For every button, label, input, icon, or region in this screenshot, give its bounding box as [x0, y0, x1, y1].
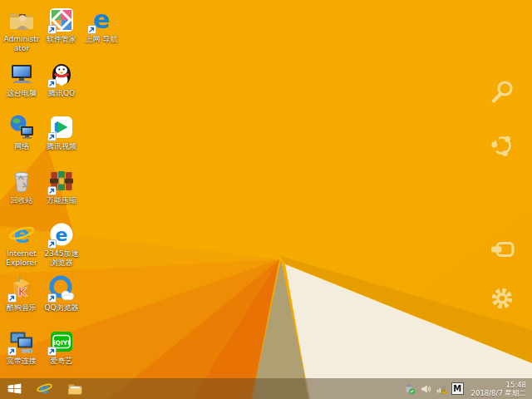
desktop-icon-tvideo[interactable]: 腾讯视频 — [42, 113, 81, 151]
windows-logo-icon — [7, 381, 22, 397]
shortcut-arrow-icon — [47, 293, 57, 303]
kugou-label: 酷狗音乐 — [7, 303, 37, 313]
shortcut-arrow-icon — [47, 25, 57, 34]
network-label: 网络 — [14, 142, 29, 151]
system-tray: M 15:48 2018/8/7 星期二 — [404, 381, 532, 397]
rar-icon — [47, 167, 76, 195]
qq-icon — [47, 60, 76, 88]
desktop: Administrator软件管家上网 导航这台电脑腾讯QQ网络腾讯视频回收站万… — [0, 0, 532, 399]
share-icon — [489, 132, 515, 159]
b2345-label: 2345加速浏览器 — [42, 249, 81, 267]
b2345-icon — [47, 220, 76, 249]
taskbar-clock[interactable]: 15:48 2018/8/7 星期二 — [468, 381, 526, 397]
desktop-icon-rar[interactable]: 万能压缩 — [42, 167, 81, 205]
ie-icon — [7, 220, 36, 249]
softmgr-icon — [47, 6, 76, 34]
admin-icon — [7, 6, 36, 34]
charm-devices[interactable] — [489, 236, 515, 263]
kugou-icon — [7, 274, 36, 303]
desktop-icon-admin[interactable]: Administrator — [2, 6, 42, 52]
shortcut-arrow-icon — [47, 79, 57, 88]
iqiyi-icon — [47, 328, 76, 356]
charm-search[interactable] — [489, 79, 515, 106]
thispc-icon — [7, 60, 36, 88]
softmgr-label: 软件管家 — [47, 35, 76, 44]
recycle-label: 回收站 — [11, 196, 33, 205]
file-explorer-icon — [66, 380, 84, 397]
taskbar-file-explorer-button[interactable] — [60, 378, 91, 399]
input-method-indicator[interactable]: M — [451, 382, 464, 395]
search-icon — [489, 79, 515, 106]
broadband-label: 宽带连接 — [7, 357, 37, 366]
desktop-icon-ie[interactable]: Internet Explorer — [2, 220, 42, 267]
volume-icon[interactable] — [420, 383, 431, 395]
clock-time: 15:48 — [471, 381, 526, 389]
qqbrowser-icon — [47, 274, 76, 303]
desktop-icon-iqiyi[interactable]: 爱奇艺 — [42, 328, 81, 366]
recycle-icon — [7, 167, 36, 195]
thispc-label: 这台电脑 — [7, 89, 37, 98]
shortcut-arrow-icon — [47, 239, 57, 249]
rar-label: 万能压缩 — [47, 196, 76, 205]
webnav-icon — [87, 6, 116, 34]
ie-label: Internet Explorer — [2, 249, 42, 267]
network-icon — [7, 113, 36, 141]
desktop-icon-webnav[interactable]: 上网 导航 — [81, 6, 121, 44]
desktop-icon-recycle[interactable]: 回收站 — [2, 167, 42, 205]
desktop-icon-grid: Administrator软件管家上网 导航这台电脑腾讯QQ网络腾讯视频回收站万… — [0, 0, 166, 378]
webnav-label: 上网 导航 — [86, 35, 118, 44]
start-button[interactable] — [0, 378, 29, 399]
desktop-icon-network[interactable]: 网络 — [2, 113, 42, 151]
broadband-icon — [7, 328, 36, 356]
settings-icon — [489, 285, 515, 312]
shortcut-arrow-icon — [7, 293, 17, 303]
desktop-icon-kugou[interactable]: 酷狗音乐 — [2, 274, 42, 313]
shortcut-arrow-icon — [47, 186, 57, 195]
tvideo-label: 腾讯视频 — [47, 142, 76, 151]
desktop-icon-b2345[interactable]: 2345加速浏览器 — [42, 220, 81, 267]
charm-start[interactable] — [489, 186, 515, 213]
qqbrowser-label: QQ浏览器 — [44, 303, 78, 313]
desktop-icon-broadband[interactable]: 宽带连接 — [2, 328, 42, 366]
network-warning-icon[interactable] — [436, 383, 447, 395]
tvideo-icon — [47, 113, 76, 141]
start-icon — [489, 186, 515, 213]
desktop-icon-qqbrowser[interactable]: QQ浏览器 — [42, 274, 81, 313]
devices-icon — [489, 236, 515, 263]
admin-label: Administrator — [2, 35, 42, 52]
desktop-icon-qq[interactable]: 腾讯QQ — [42, 60, 81, 98]
shortcut-arrow-icon — [47, 347, 57, 356]
desktop-icon-thispc[interactable]: 这台电脑 — [2, 60, 42, 98]
clock-date: 2018/8/7 星期二 — [471, 389, 526, 397]
shortcut-arrow-icon — [87, 25, 96, 34]
shortcut-arrow-icon — [7, 347, 17, 356]
taskbar-internet-explorer-button[interactable] — [29, 378, 60, 399]
qq-label: 腾讯QQ — [48, 89, 75, 98]
internet-explorer-icon — [36, 380, 53, 397]
shortcut-arrow-icon — [47, 132, 57, 141]
desktop-icon-softmgr[interactable]: 软件管家 — [42, 6, 81, 44]
charms-bar — [482, 0, 532, 399]
charm-settings[interactable] — [489, 285, 515, 312]
charm-share[interactable] — [489, 132, 515, 159]
usb-safely-remove-icon[interactable] — [404, 383, 416, 395]
taskbar: M 15:48 2018/8/7 星期二 — [0, 378, 532, 399]
iqiyi-label: 爱奇艺 — [51, 357, 73, 366]
